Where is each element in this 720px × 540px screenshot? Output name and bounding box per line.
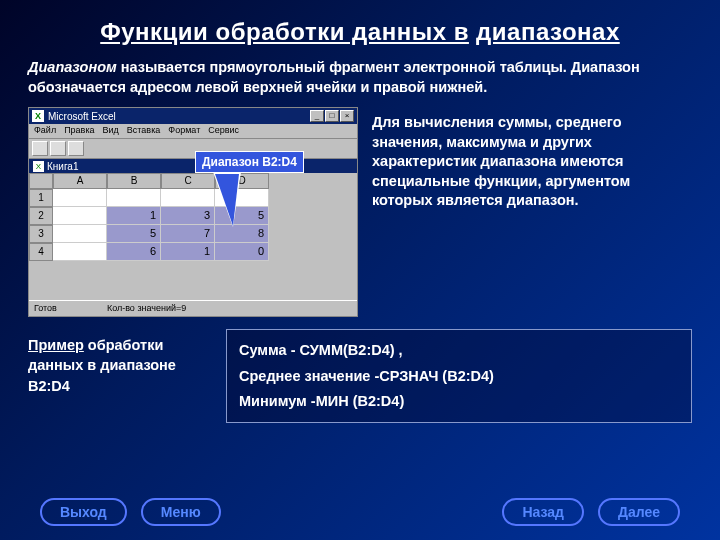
cell[interactable] (107, 189, 161, 207)
corner-cell[interactable] (29, 173, 53, 189)
nav-buttons: Выход Меню Назад Далее (0, 498, 720, 526)
cell[interactable] (161, 189, 215, 207)
cell[interactable] (53, 243, 107, 261)
cell[interactable]: 1 (161, 243, 215, 261)
formula-sum: Сумма - СУММ(B2:D4) , (239, 338, 679, 363)
row-header[interactable]: 1 (29, 189, 53, 207)
range-callout: Диапазон B2:D4 (195, 151, 304, 173)
row-header[interactable]: 3 (29, 225, 53, 243)
cell[interactable] (53, 225, 107, 243)
menu-format[interactable]: Формат (168, 125, 200, 137)
col-header-b[interactable]: B (107, 173, 161, 189)
toolbar-button[interactable] (68, 141, 84, 156)
workbook-name: Книга1 (47, 161, 78, 172)
cell[interactable]: 3 (161, 207, 215, 225)
formula-min: Минимум -МИН (B2:D4) (239, 389, 679, 414)
cell[interactable]: 8 (215, 225, 269, 243)
next-button[interactable]: Далее (598, 498, 680, 526)
slide-title: Функции обработки данных в диапазонах (0, 0, 720, 58)
cell[interactable]: 5 (107, 225, 161, 243)
row-header[interactable]: 4 (29, 243, 53, 261)
row-header[interactable]: 2 (29, 207, 53, 225)
cell[interactable]: 7 (161, 225, 215, 243)
status-count: Кол-во значений=9 (107, 303, 186, 314)
excel-titlebar: X Microsoft Excel _ □ × (29, 108, 357, 124)
menu-view[interactable]: Вид (103, 125, 119, 137)
cell[interactable]: 6 (107, 243, 161, 261)
status-ready: Готов (34, 303, 57, 314)
right-description: Для вычисления суммы, среднего значения,… (372, 107, 692, 211)
menu-file[interactable]: Файл (34, 125, 56, 137)
excel-toolbar (29, 139, 357, 159)
table-row: 4 6 1 0 (29, 243, 357, 261)
cell[interactable] (53, 189, 107, 207)
table-row: 1 (29, 189, 357, 207)
callout-tail (215, 174, 239, 226)
col-header-a[interactable]: A (53, 173, 107, 189)
excel-menubar: Файл Правка Вид Вставка Формат Сервис (29, 124, 357, 139)
workbook-icon: X (33, 161, 44, 172)
excel-app-name: Microsoft Excel (48, 111, 116, 122)
menu-edit[interactable]: Правка (64, 125, 94, 137)
workbook-titlebar: X Книга1 (29, 159, 357, 173)
table-row: 2 1 3 5 (29, 207, 357, 225)
minimize-icon[interactable]: _ (310, 110, 324, 122)
cell[interactable]: 1 (107, 207, 161, 225)
menu-button[interactable]: Меню (141, 498, 221, 526)
middle-section: X Microsoft Excel _ □ × Файл Правка Вид … (0, 107, 720, 325)
toolbar-button[interactable] (32, 141, 48, 156)
cell[interactable]: 0 (215, 243, 269, 261)
excel-icon: X (32, 110, 44, 122)
col-header-c[interactable]: C (161, 173, 215, 189)
exit-button[interactable]: Выход (40, 498, 127, 526)
intro-text: называется прямоугольный фрагмент электр… (28, 59, 640, 95)
title-text-2: диапазонах (476, 18, 620, 45)
cell[interactable] (53, 207, 107, 225)
close-icon[interactable]: × (340, 110, 354, 122)
intro-paragraph: Диапазоном называется прямоугольный фраг… (0, 58, 720, 107)
excel-statusbar: Готов Кол-во значений=9 (29, 300, 357, 316)
column-headers: A B C D (29, 173, 357, 189)
toolbar-button[interactable] (50, 141, 66, 156)
excel-screenshot: X Microsoft Excel _ □ × Файл Правка Вид … (28, 107, 358, 317)
example-label: Пример обработки данных в диапазоне B2:D… (28, 329, 208, 396)
formula-avg: Среднее значение -СРЗНАЧ (B2:D4) (239, 364, 679, 389)
example-underline: Пример (28, 337, 84, 353)
menu-tools[interactable]: Сервис (208, 125, 239, 137)
back-button[interactable]: Назад (502, 498, 584, 526)
menu-insert[interactable]: Вставка (127, 125, 160, 137)
title-text-1: Функции обработки данных в (100, 18, 469, 45)
table-row: 3 5 7 8 (29, 225, 357, 243)
bottom-section: Пример обработки данных в диапазоне B2:D… (0, 325, 720, 427)
formulas-box: Сумма - СУММ(B2:D4) , Среднее значение -… (226, 329, 692, 423)
window-buttons: _ □ × (310, 110, 354, 122)
maximize-icon[interactable]: □ (325, 110, 339, 122)
intro-term: Диапазоном (28, 59, 117, 75)
